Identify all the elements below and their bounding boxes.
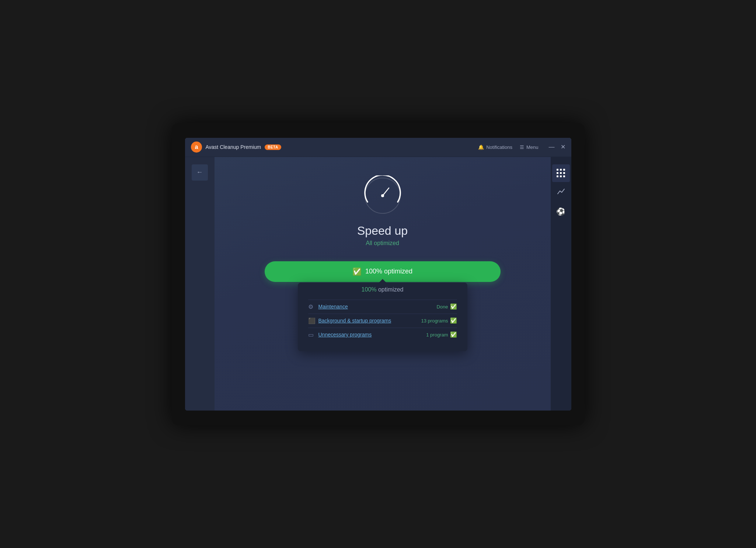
startup-row: ⬛ Background & startup programs 13 progr… (308, 314, 457, 328)
title-bar-right: 🔔 Notifications ☰ Menu — ✕ (478, 144, 565, 150)
avast-logo: a (191, 142, 202, 153)
menu-icon: ☰ (520, 144, 524, 150)
grid-view-button[interactable] (552, 164, 570, 182)
panel-title-suffix: optimized (377, 286, 404, 293)
speedup-subtitle: All optimized (366, 240, 399, 247)
startup-icon: ⬛ (308, 317, 318, 324)
optimize-btn-label: 100% optimized (365, 268, 412, 275)
notifications-label: Notifications (486, 144, 512, 150)
startup-link[interactable]: Background & startup programs (318, 318, 421, 324)
menu-label: Menu (526, 144, 539, 150)
notifications-button[interactable]: 🔔 Notifications (478, 144, 512, 150)
title-bar-left: a Avast Cleanup Premium BETA (191, 142, 281, 153)
left-panel: ← (185, 157, 215, 411)
screen-bezel: a Avast Cleanup Premium BETA 🔔 Notificat… (172, 123, 585, 425)
maintenance-row: ⚙ Maintenance Done ✅ (308, 300, 457, 314)
programs-link[interactable]: Unnecessary programs (318, 332, 426, 338)
chart-icon (557, 187, 565, 197)
maintenance-link[interactable]: Maintenance (318, 304, 437, 310)
soccer-icon: ⚽ (556, 207, 565, 216)
svg-point-4 (381, 194, 384, 197)
content-area: ← Speed up All optimized ✅ (185, 157, 571, 411)
panel-title: 100% optimized (308, 286, 457, 293)
menu-button[interactable]: ☰ Menu (520, 144, 539, 150)
dropdown-panel: 100% optimized ⚙ Maintenance Done ✅ ⬛ (298, 283, 467, 351)
soccer-view-button[interactable]: ⚽ (552, 203, 570, 220)
panel-title-percent: 100% (362, 286, 377, 293)
programs-status-text: 1 program (426, 332, 448, 338)
check-circle-icon: ✅ (352, 267, 362, 276)
close-button[interactable]: ✕ (561, 144, 565, 150)
speedometer-icon (362, 175, 403, 216)
app-title: Avast Cleanup Premium (206, 144, 261, 150)
programs-check-icon: ✅ (450, 331, 457, 338)
minimize-button[interactable]: — (549, 144, 555, 150)
programs-icon: ▭ (308, 331, 318, 338)
maintenance-check-icon: ✅ (450, 303, 457, 310)
startup-check-icon: ✅ (450, 317, 457, 324)
grid-icon (557, 169, 565, 178)
maintenance-status-text: Done (436, 304, 448, 310)
maintenance-status: Done ✅ (436, 303, 457, 310)
window-controls: — ✕ (549, 144, 565, 150)
app-window: a Avast Cleanup Premium BETA 🔔 Notificat… (185, 138, 571, 411)
svg-line-3 (383, 188, 389, 196)
main-content: Speed up All optimized ✅ 100% optimized … (215, 157, 551, 411)
startup-status: 13 programs ✅ (421, 317, 457, 324)
programs-row: ▭ Unnecessary programs 1 program ✅ (308, 328, 457, 342)
speedup-title: Speed up (357, 224, 408, 238)
programs-status: 1 program ✅ (426, 331, 457, 338)
maintenance-icon: ⚙ (308, 303, 318, 310)
back-button[interactable]: ← (192, 164, 208, 181)
svg-text:a: a (195, 144, 198, 150)
beta-badge: BETA (265, 144, 281, 150)
chart-view-button[interactable] (552, 184, 570, 201)
startup-status-text: 13 programs (421, 318, 448, 324)
right-sidebar: ⚽ (551, 157, 571, 411)
title-bar: a Avast Cleanup Premium BETA 🔔 Notificat… (185, 138, 571, 157)
bell-icon: 🔔 (478, 144, 484, 150)
